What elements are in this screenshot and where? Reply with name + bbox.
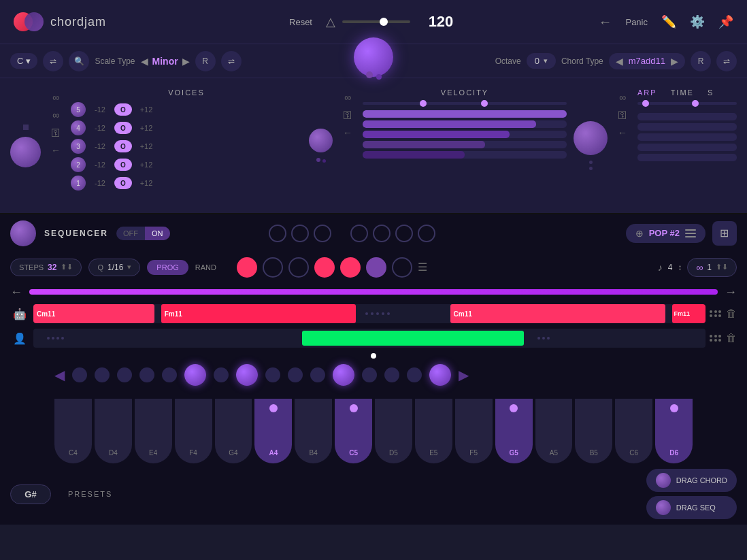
octave-control[interactable]: 0 ▾ [527, 53, 556, 69]
piano-key-f5[interactable]: F5 [455, 399, 493, 463]
infinity-icon-1[interactable]: ∞ [52, 92, 59, 103]
piano-key-g4[interactable]: G4 [215, 399, 252, 463]
toggle-off[interactable]: OFF [116, 227, 145, 240]
chord-drag-icon-1[interactable] [710, 310, 722, 317]
pdot-6-active [184, 364, 206, 386]
preset-selector[interactable]: ⊕ POP #2 [626, 224, 706, 243]
settings-icon-button[interactable]: ⚙️ [690, 14, 705, 29]
key-selector[interactable]: C ▾ [10, 53, 37, 69]
timeline-prev-icon[interactable]: ← [10, 285, 22, 299]
chord-transfer-button[interactable]: ⇌ [716, 51, 737, 71]
scale-next-icon[interactable]: ▶ [182, 56, 190, 67]
piano-key-b4[interactable]: B4 [295, 399, 332, 463]
step-pad-5[interactable] [340, 257, 361, 278]
toggle-on[interactable]: ON [145, 227, 170, 240]
vel-bar-fill-2 [363, 120, 536, 128]
chord-delete-icon-1[interactable]: 🗑 [726, 308, 737, 320]
arrow-left-icon-2[interactable]: ← [343, 127, 352, 138]
steps-control[interactable]: STEPS 32 ⬆⬇ [10, 259, 82, 276]
key-chevron-icon: ▾ [26, 56, 31, 66]
voice-5-center[interactable]: O [114, 103, 132, 116]
piano-next-arrow[interactable]: ▶ [459, 367, 469, 383]
chord-next-icon[interactable]: ▶ [671, 56, 678, 67]
left-main-ball [10, 137, 41, 167]
tempo-slider[interactable] [342, 20, 410, 23]
panic-button[interactable]: Panic [625, 17, 648, 27]
infinity-icon-2[interactable]: ∞ [52, 110, 59, 120]
piano-prev-arrow[interactable]: ◀ [54, 367, 65, 383]
loop-control[interactable]: ∞ 1 ⬆⬇ [687, 258, 737, 277]
transfer-icon-button[interactable]: ⇌ [43, 51, 63, 71]
key-icon-3[interactable]: ⚿ [618, 110, 627, 120]
piano-key-e5[interactable]: E5 [415, 399, 452, 463]
search-icon-button[interactable]: 🔍 [69, 51, 89, 71]
step-circle-6[interactable] [395, 225, 413, 242]
grid-view-button[interactable]: ⊞ [712, 221, 737, 246]
logo-icon [14, 12, 44, 31]
drag-chord-button[interactable]: DRAG CHORD [646, 469, 737, 492]
back-arrow-icon[interactable]: ← [598, 14, 612, 30]
piano-key-c5[interactable]: C5 [335, 399, 372, 463]
chord-seg-cm11-2: Cm11 [450, 304, 665, 323]
piano-key-d6[interactable]: D6 [655, 399, 693, 463]
step-circle-3[interactable] [314, 225, 331, 242]
step-pad-7[interactable] [392, 257, 412, 278]
piano-key-a5[interactable]: A5 [535, 399, 573, 463]
step-circle-1[interactable] [269, 225, 286, 242]
step-pad-4[interactable] [314, 257, 335, 278]
piano-key-b5[interactable]: B5 [575, 399, 612, 463]
step-pad-3[interactable] [288, 257, 309, 278]
step-pad-1[interactable] [237, 257, 257, 278]
vel-bar-bg-3 [363, 131, 567, 138]
piano-key-d4[interactable]: D4 [95, 399, 132, 463]
step-pad-6[interactable] [366, 257, 386, 278]
seq-toggle[interactable]: OFF ON [116, 227, 170, 240]
step-circle-5[interactable] [373, 225, 391, 242]
quantize-control[interactable]: Q 1/16 ▾ [88, 259, 140, 276]
chord-prev-icon[interactable]: ◀ [616, 56, 623, 67]
piano-key-g5[interactable]: G5 [495, 399, 533, 463]
melody-track [33, 329, 706, 348]
scale-prev-icon[interactable]: ◀ [141, 56, 148, 67]
arp-bar-4 [637, 144, 737, 151]
arp-track[interactable] [637, 102, 737, 105]
step-circle-7[interactable] [418, 225, 435, 242]
piano-key-e4[interactable]: E4 [135, 399, 172, 463]
drag-seq-button[interactable]: DRAG SEQ [646, 496, 737, 519]
pin-icon-button[interactable]: 📌 [718, 14, 733, 29]
voice-4-center[interactable]: O [114, 122, 132, 134]
voice-row-4: 4 -12 O +12 [71, 120, 302, 135]
piano-key-c4[interactable]: C4 [54, 399, 92, 463]
chord-reset-button[interactable]: R [691, 51, 711, 71]
step-menu-icon[interactable]: ☰ [418, 261, 427, 274]
key-display[interactable]: G# [10, 484, 51, 504]
melody-drag-icon[interactable] [710, 335, 722, 342]
piano-key-f4[interactable]: F4 [175, 399, 212, 463]
infinity-icon-3[interactable]: ∞ [344, 92, 351, 103]
arrow-left-icon[interactable]: ← [51, 145, 61, 156]
key-icon-2[interactable]: ⚿ [343, 110, 352, 120]
voice-3-center[interactable]: O [114, 140, 132, 152]
timeline-next-icon[interactable]: → [725, 285, 737, 299]
piano-key-a4[interactable]: A4 [254, 399, 292, 463]
scale-reset-button[interactable]: R [195, 51, 216, 71]
rand-button[interactable]: RAND [195, 263, 216, 271]
prog-button[interactable]: PROG [147, 260, 188, 275]
reset-button[interactable]: Reset [289, 17, 312, 27]
step-pad-2[interactable] [263, 257, 283, 278]
timeline-track[interactable] [29, 289, 718, 295]
voice-2-center[interactable]: O [114, 159, 132, 171]
transfer2-icon-button[interactable]: ⇌ [221, 51, 242, 71]
arrow-left-icon-3[interactable]: ← [618, 127, 627, 138]
piano-key-c6[interactable]: C6 [615, 399, 652, 463]
key-icon[interactable]: ⚿ [51, 127, 61, 138]
voice-1-center[interactable]: O [114, 177, 132, 189]
vel-track-1[interactable] [363, 102, 567, 105]
piano-key-d5[interactable]: D5 [375, 399, 412, 463]
sequencer-title: SEQUENCER [44, 229, 108, 238]
melody-delete-icon[interactable]: 🗑 [726, 332, 737, 344]
infinity-icon-4[interactable]: ∞ [619, 92, 626, 103]
step-circle-4[interactable] [350, 225, 368, 242]
edit-icon-button[interactable]: ✏️ [661, 14, 676, 29]
step-circle-2[interactable] [291, 225, 309, 242]
